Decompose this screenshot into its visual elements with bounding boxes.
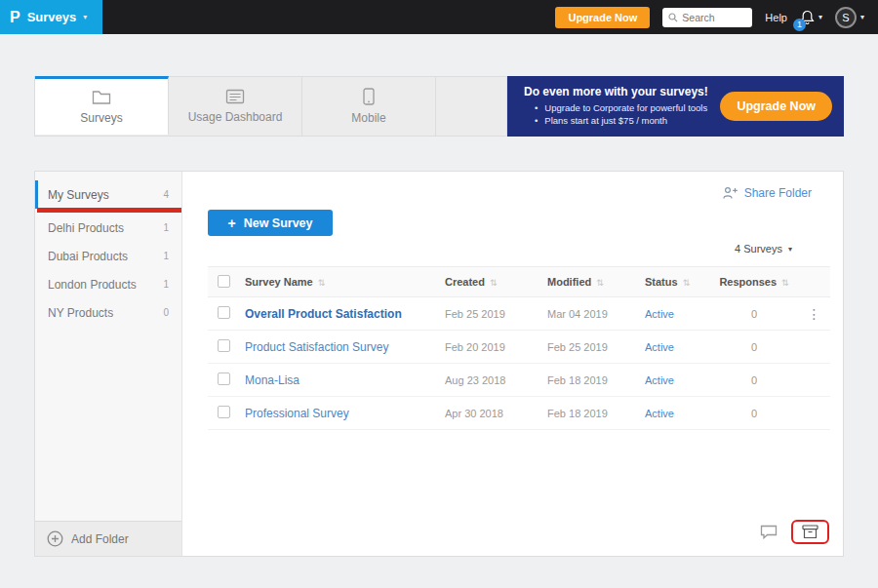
chevron-down-icon: ▾ [860, 13, 864, 21]
surveys-content: Share Folder + New Survey 4 Surveys ▾ Su… [182, 172, 843, 556]
created-date: Feb 25 2019 [445, 308, 547, 320]
promo-upgrade-button[interactable]: Upgrade Now [720, 92, 832, 121]
column-header-modified[interactable]: Modified⇅ [547, 276, 645, 288]
folder-name: NY Products [48, 306, 113, 320]
search-icon [668, 13, 678, 22]
folder-count: 1 [163, 279, 169, 290]
chevron-down-icon: ▾ [788, 245, 792, 254]
tab-usage-dashboard[interactable]: Usage Dashboard [169, 77, 302, 136]
new-survey-button[interactable]: + New Survey [208, 210, 333, 236]
responses-count: 0 [710, 308, 798, 320]
share-folder-button[interactable]: Share Folder [723, 186, 812, 200]
surveys-table: Survey Name⇅ Created⇅ Modified⇅ Status⇅ … [208, 266, 830, 430]
status-badge: Active [645, 341, 710, 353]
folder-count: 0 [163, 307, 169, 318]
add-folder-button[interactable]: Add Folder [35, 521, 181, 556]
folder-icon [92, 90, 111, 105]
folder-name: My Surveys [48, 188, 109, 202]
survey-count-dropdown[interactable]: 4 Surveys ▾ [735, 243, 792, 255]
promo-banner: Do even more with your surveys! Upgrade … [507, 76, 844, 137]
account-menu[interactable]: S ▾ [835, 7, 864, 28]
sidebar-item-dubai-products[interactable]: Dubai Products 1 [35, 242, 181, 270]
sidebar-item-london-products[interactable]: London Products 1 [35, 270, 181, 298]
created-date: Apr 30 2018 [445, 408, 547, 419]
folder-count: 1 [163, 222, 169, 233]
row-menu-button[interactable]: ⋮ [798, 306, 830, 322]
help-link[interactable]: Help [765, 12, 787, 23]
folder-count: 4 [163, 189, 169, 200]
table-row: Mona-Lisa Aug 23 2018 Feb 18 2019 Active… [208, 364, 830, 397]
sort-icon: ⇅ [490, 278, 498, 288]
survey-name-link[interactable]: Product Satisfaction Survey [245, 340, 445, 354]
notifications-menu[interactable]: 1 ▾ [800, 10, 822, 25]
column-header-survey-name[interactable]: Survey Name⇅ [245, 276, 445, 288]
share-folder-label: Share Folder [744, 186, 812, 200]
tabstrip-filler [436, 77, 506, 136]
created-date: Aug 23 2018 [445, 374, 547, 386]
notification-badge: 1 [793, 19, 806, 31]
modified-date: Mar 04 2019 [547, 308, 645, 320]
archive-button[interactable] [802, 525, 818, 539]
created-date: Feb 20 2019 [445, 341, 547, 353]
survey-name-link[interactable]: Overall Product Satisfaction [245, 307, 445, 321]
surveys-panel: My Surveys 4 Delhi Products 1 Dubai Prod… [34, 171, 844, 557]
annotation-red-underline [37, 208, 181, 213]
table-row: Product Satisfaction Survey Feb 20 2019 … [208, 331, 830, 364]
survey-count-label: 4 Surveys [735, 243, 782, 255]
column-header-responses[interactable]: Responses⇅ [710, 276, 798, 288]
row-checkbox[interactable] [218, 339, 230, 352]
plus-circle-icon [47, 530, 63, 547]
row-checkbox[interactable] [218, 406, 230, 418]
survey-name-link[interactable]: Professional Survey [245, 407, 445, 420]
sidebar-item-my-surveys[interactable]: My Surveys 4 [35, 180, 181, 209]
product-menu[interactable]: P Surveys ▾ [0, 0, 102, 34]
tab-label: Surveys [80, 111, 122, 125]
product-menu-label: Surveys [27, 10, 77, 24]
tab-mobile[interactable]: Mobile [302, 77, 436, 136]
tab-label: Usage Dashboard [188, 110, 283, 124]
chevron-down-icon: ▾ [818, 13, 822, 21]
search-box[interactable] [662, 8, 752, 27]
add-folder-label: Add Folder [71, 532, 129, 546]
row-checkbox[interactable] [218, 372, 230, 385]
sort-icon: ⇅ [318, 278, 326, 288]
dashboard-icon [225, 89, 245, 104]
responses-count: 0 [710, 374, 798, 386]
table-header-row: Survey Name⇅ Created⇅ Modified⇅ Status⇅ … [208, 266, 830, 297]
column-header-created[interactable]: Created⇅ [445, 276, 547, 288]
modified-date: Feb 25 2019 [547, 341, 645, 353]
top-bar: P Surveys ▾ Upgrade Now Help 1 ▾ S ▾ [0, 0, 878, 34]
folder-name: London Products [48, 278, 137, 292]
modified-date: Feb 18 2019 [547, 374, 645, 386]
annotation-red-box [791, 520, 829, 544]
row-checkbox[interactable] [218, 306, 230, 319]
feedback-bubble-button[interactable] [760, 525, 778, 539]
status-badge: Active [645, 308, 710, 320]
brand-logo: P [10, 9, 20, 26]
new-survey-label: New Survey [244, 216, 313, 230]
responses-count: 0 [710, 341, 798, 353]
bottom-action-icons [760, 520, 829, 544]
search-input[interactable] [682, 12, 746, 23]
tab-surveys[interactable]: Surveys [35, 76, 169, 135]
sidebar-item-ny-products[interactable]: NY Products 0 [35, 298, 181, 327]
survey-name-link[interactable]: Mona-Lisa [245, 373, 445, 387]
sort-icon: ⇅ [596, 278, 604, 288]
main-tabs: Surveys Usage Dashboard Mobile [34, 76, 507, 137]
responses-count: 0 [710, 408, 798, 419]
modified-date: Feb 18 2019 [547, 408, 645, 419]
tab-label: Mobile [351, 111, 385, 125]
table-row: Professional Survey Apr 30 2018 Feb 18 2… [208, 397, 830, 430]
upgrade-now-button[interactable]: Upgrade Now [555, 7, 650, 28]
folder-count: 1 [163, 251, 169, 261]
select-all-checkbox[interactable] [218, 275, 230, 288]
sort-icon: ⇅ [781, 278, 789, 288]
sidebar-item-delhi-products[interactable]: Delhi Products 1 [35, 214, 181, 242]
chevron-down-icon: ▾ [83, 13, 87, 21]
table-row: Overall Product Satisfaction Feb 25 2019… [208, 297, 830, 331]
column-header-status[interactable]: Status⇅ [645, 276, 710, 288]
mobile-icon [363, 88, 375, 105]
speech-bubble-icon [760, 525, 778, 539]
share-person-icon [723, 186, 738, 200]
status-badge: Active [645, 374, 710, 386]
